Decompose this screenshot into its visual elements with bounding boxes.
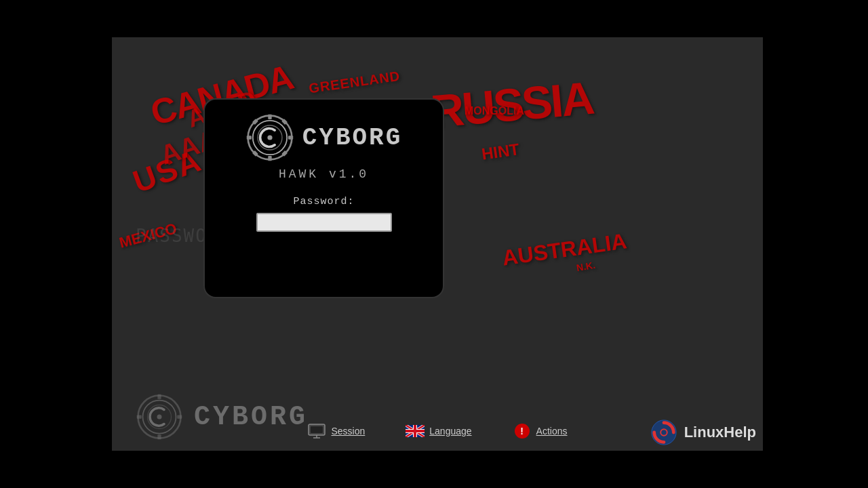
password-label: Password: [293,196,354,207]
actions-icon-container: ! [513,424,532,438]
language-label: Language [429,426,471,436]
svg-rect-5 [246,136,251,139]
cyborg-logo-text: CYBORG [302,124,403,152]
country-mongolia: MONGOLIA [465,105,524,117]
svg-rect-24 [406,430,425,432]
session-button[interactable]: Session [307,424,365,438]
session-icon [307,424,326,438]
svg-point-34 [660,429,667,436]
svg-rect-30 [137,415,142,418]
hawk-version-text: HAWK v1.0 [279,167,369,181]
border-right [763,0,868,488]
svg-rect-6 [288,136,293,139]
password-input[interactable] [256,213,392,232]
screen: CANADA GREENLAND RUSSIA USA MEXICO HINT … [0,0,868,488]
language-icon [406,424,425,438]
svg-rect-15 [311,426,323,433]
language-button[interactable]: Language [406,424,471,438]
monitor-icon [308,424,326,439]
login-dialog: CYBORG HAWK v1.0 Password: [203,98,444,298]
linuxhelp-logo: LinuxHelp [650,419,756,446]
linuxhelp-icon [650,419,677,446]
linuxhelp-text: LinuxHelp [684,424,756,441]
uk-flag-icon [406,425,425,437]
svg-rect-3 [268,115,271,119]
svg-point-11 [267,135,272,140]
svg-point-32 [157,415,162,420]
svg-rect-28 [157,394,161,399]
bottom-cyborg-text: CYBORG [194,402,308,432]
session-label: Session [331,426,365,436]
border-left [0,0,112,488]
actions-button[interactable]: ! Actions [513,424,568,438]
country-greenland: GREENLAND [308,68,401,97]
country-australia: AUSTRALIA [500,228,628,270]
cyborg-logo-icon [245,113,294,162]
svg-rect-29 [157,434,161,439]
border-bottom [0,451,868,488]
country-nk: N.K. [576,260,596,274]
svg-rect-4 [268,156,271,161]
svg-rect-31 [177,415,182,418]
logo-area: CYBORG [232,100,416,167]
actions-icon: ! [515,424,530,439]
border-top [0,0,868,37]
country-russia: RUSSIA [429,71,595,138]
country-hint: HINT [480,140,520,164]
bottom-cyborg-icon [136,393,183,441]
actions-label: Actions [536,426,568,436]
bottom-cyborg-logo: CYBORG [136,393,308,441]
